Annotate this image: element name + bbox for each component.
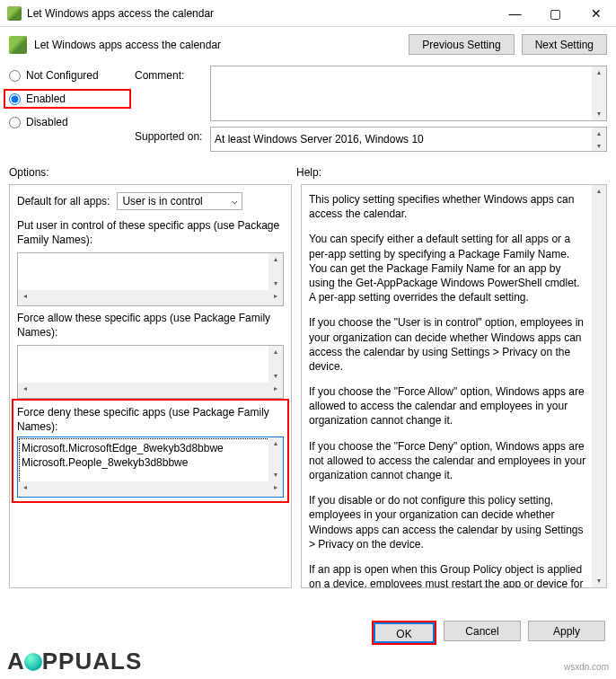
scroll-down-icon[interactable]: ▾ [268,278,283,290]
listbox-scrollbar-v[interactable]: ▴ ▾ [268,437,283,481]
user-control-label: Put user in control of these specific ap… [17,219,284,247]
watermark-circle-icon [24,653,42,671]
help-paragraph: If you choose the "Force Deny" option, W… [309,439,588,483]
radio-enabled-highlight: Enabled [4,89,131,109]
scroll-down-icon[interactable]: ▾ [592,108,606,120]
help-label: Help: [296,166,321,179]
maximize-button[interactable]: ▢ [535,0,576,26]
listbox-scrollbar-v[interactable]: ▴ ▾ [268,346,283,383]
force-deny-highlight: Force deny these specific apps (use Pack… [12,399,289,502]
apply-button[interactable]: Apply [528,621,605,641]
force-allow-listbox[interactable]: ▴ ▾ ◂ ▸ [17,345,284,399]
scroll-left-icon[interactable]: ◂ [18,383,32,395]
scroll-up-icon[interactable]: ▴ [268,346,283,358]
supported-on-value: At least Windows Server 2016, Windows 10 [210,127,607,152]
policy-title: Let Windows apps access the calendar [34,39,409,51]
radio-enabled-input[interactable] [9,93,21,105]
radio-not-configured-input[interactable] [9,70,21,82]
close-button[interactable]: ✕ [576,0,616,26]
default-for-all-select[interactable]: User is in control [117,192,242,210]
next-setting-button[interactable]: Next Setting [522,34,607,55]
scroll-down-icon[interactable]: ▾ [592,140,606,153]
force-deny-listbox[interactable]: Microsoft.MicrosoftEdge_8wekyb3d8bbwe Mi… [17,436,284,498]
header-row: Let Windows apps access the calendar Pre… [0,27,616,62]
scroll-down-icon[interactable]: ▾ [268,370,283,383]
watermark-site: wsxdn.com [564,662,609,672]
dialog-buttons: OK Cancel Apply [372,621,605,645]
help-paragraph: If you choose the "User is in control" o… [309,315,588,374]
scroll-up-icon[interactable]: ▴ [592,185,606,198]
supported-on-label: Supported on: [135,127,203,152]
help-scrollbar[interactable]: ▴ ▾ [592,185,606,587]
default-for-all-label: Default for all apps: [17,195,110,207]
radio-not-configured[interactable]: Not Configured [9,69,126,82]
force-deny-label: Force deny these specific apps (use Pack… [17,406,284,434]
radio-disabled-input[interactable] [9,117,21,128]
watermark-a: A [7,648,24,675]
scroll-up-icon[interactable]: ▴ [268,253,283,266]
scroll-up-icon[interactable]: ▴ [592,66,606,79]
comment-label: Comment: [135,66,203,121]
list-item: Microsoft.MicrosoftEdge_8wekyb3d8bbwe [22,441,267,455]
user-control-listbox[interactable]: ▴ ▾ ◂ ▸ [17,252,284,306]
scroll-left-icon[interactable]: ◂ [18,481,32,494]
scroll-right-icon[interactable]: ▸ [268,290,283,303]
listbox-scrollbar-h[interactable]: ◂ ▸ [18,290,283,305]
radio-disabled[interactable]: Disabled [9,116,126,128]
titlebar: Let Windows apps access the calendar — ▢… [0,0,616,27]
radio-disabled-label: Disabled [26,116,68,128]
help-paragraph: You can specify either a default setting… [309,232,588,304]
radio-enabled-label: Enabled [26,93,66,105]
supported-scrollbar[interactable]: ▴ ▾ [592,128,606,151]
ok-button[interactable]: OK [374,622,435,643]
radio-not-configured-label: Not Configured [26,69,99,82]
comment-textarea[interactable] [210,66,607,121]
help-panel: This policy setting specifies whether Wi… [301,184,607,588]
watermark-text: PPUALS [42,648,142,675]
radio-enabled[interactable]: Enabled [9,93,66,105]
scroll-right-icon[interactable]: ▸ [268,481,283,494]
cancel-button[interactable]: Cancel [444,621,521,641]
list-item: Microsoft.People_8wekyb3d8bbwe [22,455,267,470]
scroll-down-icon[interactable]: ▾ [268,469,283,481]
state-radio-group: Not Configured Enabled Disabled [9,69,126,128]
force-deny-content: Microsoft.MicrosoftEdge_8wekyb3d8bbwe Mi… [18,437,283,473]
scroll-left-icon[interactable]: ◂ [18,290,32,303]
comment-scrollbar[interactable]: ▴ ▾ [592,66,606,120]
listbox-scrollbar-h[interactable]: ◂ ▸ [18,383,283,398]
previous-setting-button[interactable]: Previous Setting [409,34,514,55]
options-label: Options: [9,166,296,179]
minimize-button[interactable]: — [495,0,535,26]
scroll-up-icon[interactable]: ▴ [592,128,606,140]
scroll-right-icon[interactable]: ▸ [268,383,283,395]
listbox-scrollbar-v[interactable]: ▴ ▾ [268,253,283,290]
options-panel: Default for all apps: User is in control… [9,184,292,588]
policy-icon [9,36,27,54]
scroll-up-icon[interactable]: ▴ [268,437,283,450]
window-title: Let Windows apps access the calendar [27,7,495,20]
app-icon [7,6,22,21]
help-paragraph: If you choose the "Force Allow" option, … [309,384,588,428]
help-paragraph: This policy setting specifies whether Wi… [309,192,588,221]
ok-highlight: OK [372,621,436,645]
help-paragraph: If an app is open when this Group Policy… [309,562,588,588]
watermark-logo: A PPUALS [7,648,142,675]
window-controls: — ▢ ✕ [495,0,616,26]
scroll-down-icon[interactable]: ▾ [592,575,606,587]
listbox-scrollbar-h[interactable]: ◂ ▸ [18,481,283,497]
help-paragraph: If you disable or do not configure this … [309,493,588,551]
force-allow-label: Force allow these specific apps (use Pac… [17,312,284,340]
